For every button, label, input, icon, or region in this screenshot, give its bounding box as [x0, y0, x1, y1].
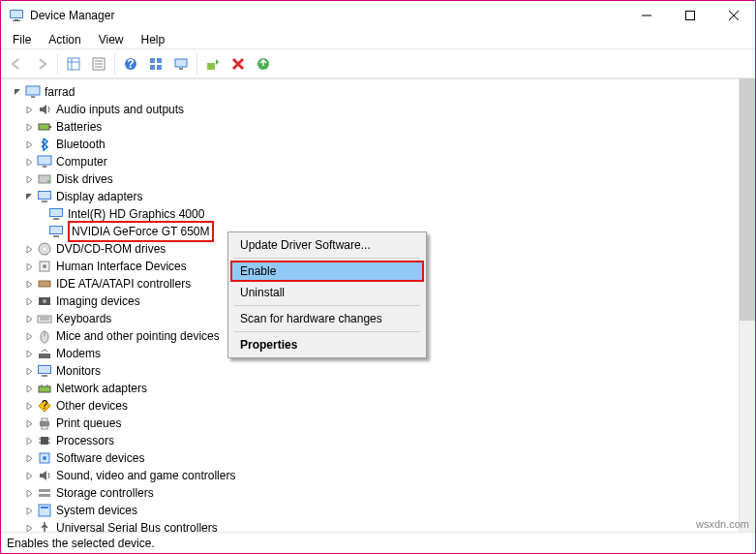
svg-point-49 — [43, 299, 46, 303]
device-icon — [37, 503, 52, 518]
expand-toggle[interactable] — [24, 349, 35, 359]
vertical-scrollbar[interactable] — [739, 78, 755, 532]
expand-toggle[interactable] — [24, 122, 35, 133]
menu-action[interactable]: Action — [41, 31, 88, 48]
expand-toggle[interactable] — [24, 471, 35, 481]
show-hide-tree-button[interactable] — [62, 52, 85, 76]
back-button[interactable] — [5, 52, 28, 76]
menu-file[interactable]: File — [5, 31, 39, 48]
svg-rect-21 — [175, 59, 187, 67]
tree-node[interactable]: farrad — [7, 83, 755, 101]
device-icon — [37, 311, 52, 326]
menu-help[interactable]: Help — [134, 31, 173, 48]
status-text: Enables the selected device. — [7, 537, 155, 550]
expand-toggle[interactable] — [24, 506, 35, 516]
forward-button[interactable] — [30, 52, 53, 76]
expand-toggle[interactable] — [24, 401, 35, 412]
device-icon — [37, 102, 52, 117]
tree-node[interactable]: Batteries — [7, 118, 755, 136]
ctx-scan[interactable]: Scan for hardware changes — [230, 308, 424, 329]
device-icon — [37, 171, 52, 187]
help-button[interactable]: ? — [119, 52, 142, 76]
tree-node[interactable]: Print queues — [7, 415, 755, 432]
tree-node[interactable]: Computer — [7, 153, 755, 170]
expand-toggle[interactable] — [24, 157, 35, 168]
uninstall-button[interactable] — [227, 52, 250, 76]
tree-node[interactable]: Software devices — [7, 449, 755, 467]
expand-toggle[interactable] — [24, 139, 35, 150]
tree-node[interactable]: Storage controllers — [7, 484, 755, 502]
ctx-uninstall[interactable]: Uninstall — [230, 282, 424, 303]
svg-rect-23 — [207, 63, 215, 70]
expand-toggle[interactable] — [24, 279, 35, 290]
expand-toggle[interactable] — [24, 174, 35, 185]
svg-rect-58 — [42, 375, 47, 377]
device-icon — [48, 224, 64, 239]
expand-toggle[interactable] — [24, 244, 35, 255]
tree-node[interactable]: Network adapters — [7, 380, 755, 397]
tree-node[interactable]: Display adapters — [7, 188, 755, 205]
properties-button[interactable] — [87, 52, 110, 76]
svg-point-32 — [47, 180, 49, 182]
svg-rect-59 — [39, 386, 50, 392]
icons-button[interactable] — [144, 52, 167, 76]
expand-toggle[interactable] — [24, 296, 35, 307]
expand-toggle[interactable] — [24, 523, 35, 533]
tree-node[interactable]: ?Other devices — [7, 397, 755, 415]
device-icon — [37, 293, 52, 309]
expand-toggle[interactable] — [24, 384, 35, 394]
device-icon — [37, 520, 52, 532]
device-icon — [37, 416, 52, 431]
svg-point-46 — [43, 264, 46, 268]
svg-rect-55 — [39, 354, 50, 358]
expand-toggle[interactable] — [24, 314, 35, 324]
update-driver-button[interactable] — [201, 52, 225, 76]
svg-text:?: ? — [42, 398, 48, 412]
expand-toggle[interactable] — [24, 192, 35, 202]
svg-rect-65 — [42, 426, 47, 429]
expand-toggle[interactable] — [24, 262, 35, 272]
device-icon — [37, 189, 52, 204]
expand-toggle[interactable] — [24, 453, 35, 464]
title-bar: Device Manager — [1, 1, 755, 30]
tree-node[interactable]: Bluetooth — [7, 136, 755, 153]
minimize-button[interactable] — [624, 1, 668, 30]
tree-node[interactable]: Disk drives — [7, 170, 755, 188]
device-icon — [37, 485, 52, 501]
expand-toggle[interactable] — [24, 418, 35, 429]
svg-rect-18 — [157, 58, 162, 63]
expand-toggle[interactable] — [24, 488, 35, 499]
close-button[interactable] — [711, 1, 755, 30]
tree-node[interactable]: Audio inputs and outputs — [7, 101, 755, 118]
tree-node[interactable]: Processors — [7, 432, 755, 449]
svg-rect-34 — [39, 192, 50, 199]
ctx-enable[interactable]: Enable — [230, 261, 424, 282]
device-icon — [25, 84, 41, 100]
svg-rect-19 — [150, 65, 155, 70]
maximize-button[interactable] — [668, 1, 711, 30]
tree-node[interactable]: Sound, video and game controllers — [7, 467, 755, 484]
svg-rect-29 — [38, 156, 51, 165]
device-icon — [37, 433, 52, 448]
expand-toggle[interactable] — [24, 366, 35, 377]
svg-rect-26 — [31, 96, 35, 98]
device-icon — [37, 241, 52, 257]
ctx-update-driver[interactable]: Update Driver Software... — [230, 234, 424, 256]
menu-view[interactable]: View — [91, 31, 132, 48]
svg-rect-35 — [42, 200, 47, 202]
ctx-properties[interactable]: Properties — [230, 334, 424, 355]
tree-node[interactable]: Universal Serial Bus controllers — [7, 519, 755, 532]
scrollbar-thumb[interactable] — [740, 78, 755, 321]
expand-toggle[interactable] — [24, 105, 35, 115]
expand-toggle[interactable] — [24, 436, 35, 446]
toolbar-separator — [57, 53, 58, 75]
ctx-separator — [234, 305, 420, 306]
expand-toggle[interactable] — [13, 87, 23, 98]
enable-button[interactable] — [252, 52, 275, 76]
device-icon — [37, 328, 52, 344]
expand-toggle[interactable] — [24, 331, 35, 342]
scan-hardware-button[interactable] — [169, 52, 193, 76]
tree-node[interactable]: System devices — [7, 502, 755, 519]
svg-point-44 — [44, 248, 46, 251]
tree-node[interactable]: Monitors — [7, 362, 755, 380]
